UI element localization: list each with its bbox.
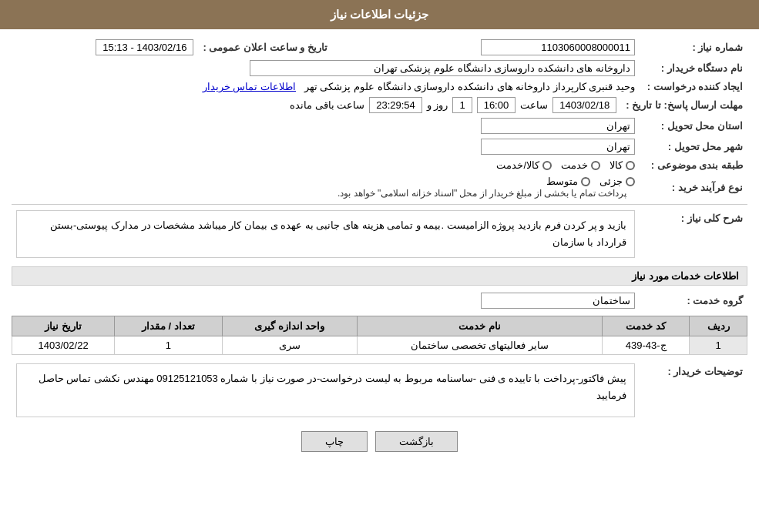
province-label: استان محل تحویل : [640, 115, 747, 136]
description-label: شرح کلی نیاز : [640, 208, 747, 260]
deadline-days: 1 [452, 97, 472, 113]
radio-kala-label: کالا [610, 159, 623, 171]
buyer-notes-table: توضیحات خریدار : پیش فاکتور-پرداخت با تا… [12, 361, 747, 420]
cell-date: 1403/02/22 [12, 336, 115, 355]
radio-khedmat-label: خدمت [561, 159, 588, 171]
radio-jozi-label: جزئی [599, 176, 623, 187]
description-table: شرح کلی نیاز : بازید و پر کردن فرم بازدی… [12, 208, 747, 260]
purchase-note: پرداخت تمام یا بخشی از مبلغ خریدار از مح… [338, 188, 626, 199]
buyer-notes-text: پیش فاکتور-پرداخت با تاییده ی فنی -ساسنا… [39, 373, 626, 401]
deadline-date: 1403/02/18 [552, 97, 616, 113]
city-table: شهر محل تحویل : تهران [12, 136, 747, 157]
category-label: طبقه بندی موضوعی : [640, 157, 747, 173]
service-group-label: گروه خدمت : [640, 290, 747, 311]
category-option-khedmat[interactable]: خدمت [561, 159, 600, 171]
table-row: 1 ج-43-439 سایر فعالیتهای تخصصی ساختمان … [12, 336, 747, 355]
radio-kala-khedmat [542, 161, 552, 170]
days-label: روز و [427, 99, 448, 111]
top-info-table: شماره نیاز : 1103060008000011 تاریخ و سا… [12, 37, 747, 58]
buyer-notes-box: پیش فاکتور-پرداخت با تاییده ی فنی -ساسنا… [16, 363, 635, 417]
buyer-org-label: نام دستگاه خریدار : [640, 58, 747, 79]
page-wrapper: جزئیات اطلاعات نیاز شماره نیاز : 1103060… [0, 0, 759, 532]
purchase-type-table: نوع فرآیند خرید : جزئی متوسط پرداخت [12, 173, 747, 201]
need-number-value: 1103060008000011 [481, 39, 635, 55]
col-row-num: ردیف [690, 316, 747, 336]
page-title: جزئیات اطلاعات نیاز [331, 8, 428, 21]
province-table: استان محل تحویل : تهران [12, 115, 747, 136]
radio-kala [626, 161, 635, 170]
description-box: بازید و پر کردن فرم بازدید پروژه الزامیس… [16, 210, 635, 258]
description-text: بازید و پر کردن فرم بازدید پروژه الزامیس… [50, 219, 626, 248]
buyer-org-value: داروخانه های دانشکده داروسازی دانشگاه عل… [250, 60, 635, 76]
content-area: شماره نیاز : 1103060008000011 تاریخ و سا… [0, 29, 759, 471]
radio-kala-khedmat-label: کالا/خدمت [496, 159, 539, 171]
city-label: شهر محل تحویل : [640, 136, 747, 157]
category-radio-group: کالا خدمت کالا/خدمت [16, 159, 635, 171]
page-header: جزئیات اطلاعات نیاز [0, 0, 759, 29]
back-button[interactable]: بازگشت [375, 431, 458, 452]
cell-row-num: 1 [690, 336, 747, 355]
hours-label: ساعت باقی مانده [290, 99, 364, 111]
col-service-code: کد خدمت [603, 316, 690, 336]
category-option-kala[interactable]: کالا [610, 159, 635, 171]
creator-table: ایجاد کننده درخواست : وحید قنبری کارپردا… [12, 79, 747, 95]
cell-unit: سری [222, 336, 358, 355]
purchase-type-mota[interactable]: متوسط [546, 176, 590, 187]
button-row: بازگشت چاپ [12, 431, 747, 452]
services-section-title: اطلاعات خدمات مورد نیاز [12, 266, 747, 286]
send-date-label: مهلت ارسال پاسخ: تا تاریخ : [621, 95, 747, 115]
creator-link[interactable]: اطلاعات تماس خریدار [203, 81, 296, 92]
cell-quantity: 1 [115, 336, 222, 355]
radio-jozi [626, 177, 635, 186]
radio-mota-label: متوسط [546, 176, 578, 187]
deadline-time: 16:00 [477, 97, 516, 113]
purchase-type-radio-group: جزئی متوسط [16, 176, 635, 187]
city-value: تهران [481, 139, 635, 155]
col-quantity: تعداد / مقدار [115, 316, 222, 336]
category-table: طبقه بندی موضوعی : کالا خدمت [12, 157, 747, 173]
deadline-table: مهلت ارسال پاسخ: تا تاریخ : 1403/02/18 س… [12, 95, 747, 115]
announce-date-value: 1403/02/16 - 15:13 [96, 39, 193, 55]
announce-date-label: تاریخ و ساعت اعلان عمومی : [198, 37, 331, 58]
creator-label: ایجاد کننده درخواست : [640, 79, 747, 95]
service-group-value: ساختمان [481, 293, 635, 309]
creator-name: وحید قنبری کارپرداز داروخانه های دانشکده… [304, 81, 635, 92]
deadline-countdown: 23:29:54 [369, 97, 422, 113]
purchase-type-jozi[interactable]: جزئی [599, 176, 635, 187]
purchase-type-label: نوع فرآیند خرید : [640, 173, 747, 201]
buyer-notes-label: توضیحات خریدار : [640, 361, 747, 420]
category-option-kala-khedmat[interactable]: کالا/خدمت [496, 159, 552, 171]
services-table: ردیف کد خدمت نام خدمت واحد اندازه گیری ت… [12, 316, 747, 355]
buyer-org-table: نام دستگاه خریدار : داروخانه های دانشکده… [12, 58, 747, 79]
print-button[interactable]: چاپ [301, 431, 368, 452]
col-date: تاریخ نیاز [12, 316, 115, 336]
cell-service-code: ج-43-439 [603, 336, 690, 355]
time-label: ساعت [520, 99, 548, 111]
radio-mota [581, 177, 590, 186]
province-value: تهران [481, 118, 635, 134]
radio-khedmat [591, 161, 600, 170]
service-group-table: گروه خدمت : ساختمان [12, 290, 747, 311]
col-service-name: نام خدمت [358, 316, 603, 336]
cell-service-name: سایر فعالیتهای تخصصی ساختمان [358, 336, 603, 355]
need-number-label: شماره نیاز : [640, 37, 747, 58]
col-unit: واحد اندازه گیری [222, 316, 358, 336]
